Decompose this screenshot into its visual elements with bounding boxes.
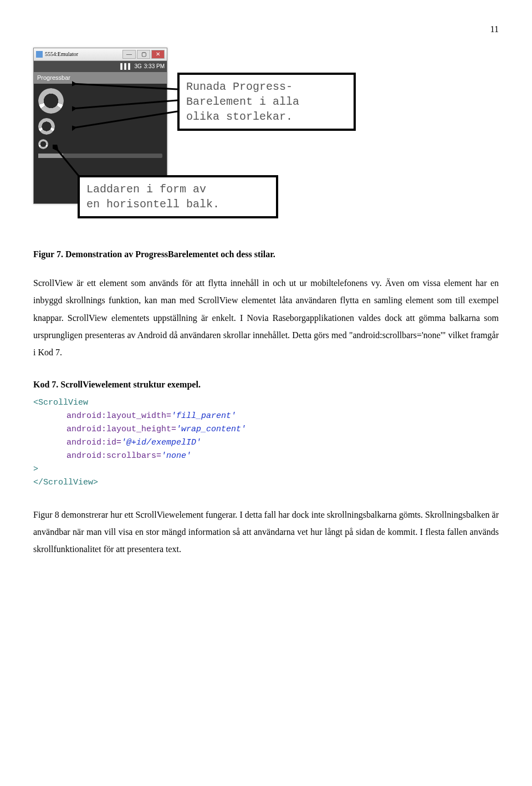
status-time: 3:33 PM <box>144 62 165 71</box>
close-button[interactable]: ✕ <box>151 50 165 59</box>
paragraph-figure8: Figur 8 demonstrerar hur ett ScrollViewe… <box>33 506 499 558</box>
maximize-button[interactable]: ▢ <box>137 50 150 59</box>
arrow-annotation-1 <box>72 73 183 150</box>
code-val-id: '@+id/exempelID' <box>121 438 201 447</box>
svg-line-3 <box>55 147 80 178</box>
android-statusbar: ▌▌▌ 3G 3:33 PM <box>34 61 167 72</box>
annotation-box-1: Runada Progress- Barelement i alla olika… <box>177 73 356 131</box>
svg-line-0 <box>72 84 177 89</box>
code-attr-id: android:id= <box>66 438 121 447</box>
code-block: <ScrollView android:layout_width='fill_p… <box>33 396 499 489</box>
window-titlebar: 5554:Emulator — ▢ ✕ <box>34 48 167 61</box>
annotation-box-2: Laddaren i form av en horisontell balk. <box>78 175 278 218</box>
window-title: 5554:Emulator <box>45 50 78 59</box>
code-val-width: 'fill_parent' <box>171 411 236 421</box>
progress-spinner-medium <box>38 118 55 135</box>
network-icon: 3G <box>134 62 141 71</box>
progress-spinner-large <box>38 88 64 114</box>
signal-icon: ▌▌▌ <box>120 62 132 71</box>
figure-caption: Figur 7. Demonstration av ProgressBarele… <box>33 247 499 262</box>
svg-line-1 <box>72 100 177 109</box>
code-open-tag: <ScrollView <box>33 398 88 407</box>
page-number: 11 <box>33 22 499 37</box>
figure-7: 5554:Emulator — ▢ ✕ ▌▌▌ 3G 3:33 PM Progr… <box>33 48 499 231</box>
svg-line-2 <box>72 111 177 128</box>
code-val-height: 'wrap_content' <box>176 425 246 434</box>
minimize-button[interactable]: — <box>122 50 136 59</box>
code-close-open: > <box>33 465 38 474</box>
code-close-tag: </ScrollView> <box>33 478 98 487</box>
code-val-scrollbars: 'none' <box>161 451 191 461</box>
code-attr-height: android:layout_height= <box>66 425 176 434</box>
code-attr-scrollbars: android:scrollbars= <box>66 451 161 461</box>
code-caption: Kod 7. ScrollViewelement struktur exempe… <box>33 377 499 392</box>
paragraph-scrollview: ScrollView är ett element som används fö… <box>33 274 499 361</box>
code-attr-width: android:layout_width= <box>66 411 171 421</box>
app-icon <box>36 51 43 58</box>
progress-spinner-small <box>38 139 48 149</box>
